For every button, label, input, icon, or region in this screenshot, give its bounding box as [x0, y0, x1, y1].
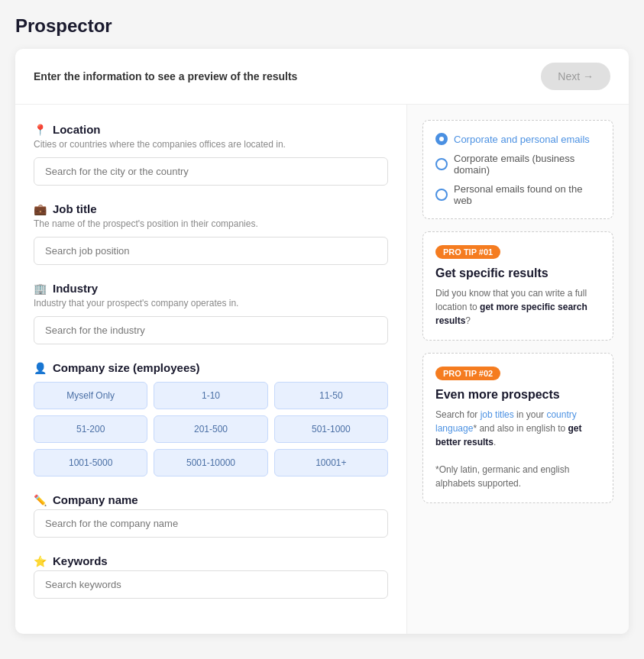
keywords-label: Keywords: [53, 554, 108, 567]
radio-unselected-icon-2: [435, 158, 448, 170]
size-button[interactable]: 501-1000: [274, 415, 388, 443]
pro-tip-2-title: Even more prospects: [435, 388, 600, 402]
location-label: Location: [53, 123, 101, 136]
job-title-section: 💼 Job title The name of the prospect's p…: [34, 202, 388, 265]
job-title-desc: The name of the prospect's position in t…: [34, 218, 388, 229]
pro-tip-1-card: PRO TIP #01 Get specific results Did you…: [422, 231, 613, 341]
left-panel: 📍 Location Cities or countries where the…: [15, 105, 407, 634]
email-option-2[interactable]: Corporate emails (business domain): [435, 153, 600, 176]
size-button[interactable]: 1-10: [154, 382, 267, 409]
size-button[interactable]: 201-500: [154, 415, 267, 443]
company-size-label: Company size (employees): [53, 361, 200, 374]
industry-desc: Industry that your prospect's company op…: [34, 298, 388, 309]
industry-input[interactable]: [34, 316, 388, 344]
keywords-title: ⭐ Keywords: [34, 554, 388, 567]
pro-tip-1-body: Did you know that you can write a full l…: [435, 286, 600, 328]
company-name-section: ✏️ Company name: [34, 493, 388, 538]
radio-unselected-icon-3: [435, 189, 448, 201]
right-panel: Corporate and personal emails Corporate …: [407, 105, 629, 634]
email-option-3-label: Personal emails found on the web: [454, 183, 600, 206]
industry-icon: 🏢: [34, 283, 47, 295]
keywords-section: ⭐ Keywords: [34, 554, 388, 599]
email-option-3[interactable]: Personal emails found on the web: [435, 183, 600, 206]
job-title-label: Job title: [53, 202, 97, 215]
radio-selected-icon: [435, 133, 448, 145]
industry-label: Industry: [53, 282, 98, 295]
card-header: Enter the information to see a preview o…: [15, 49, 629, 105]
company-size-grid: Myself Only1-1011-5051-200201-500501-100…: [34, 382, 388, 476]
card-body: 📍 Location Cities or countries where the…: [15, 105, 629, 634]
location-input[interactable]: [34, 157, 388, 186]
pro-tip-1-badge: PRO TIP #01: [435, 245, 500, 259]
main-card: Enter the information to see a preview o…: [15, 49, 629, 634]
company-name-icon: ✏️: [34, 494, 47, 506]
size-button[interactable]: 1001-5000: [34, 449, 147, 476]
keywords-input[interactable]: [34, 570, 388, 599]
pro-tip-2-badge: PRO TIP #02: [435, 367, 500, 380]
page-title: Prospector: [15, 15, 629, 37]
header-description: Enter the information to see a preview o…: [34, 70, 297, 82]
job-title-input[interactable]: [34, 237, 388, 265]
job-icon: 💼: [34, 203, 47, 215]
pro-tip-2-body: Search for job titles in your country la…: [435, 408, 600, 490]
size-button[interactable]: Myself Only: [34, 382, 147, 409]
size-button[interactable]: 10001+: [274, 449, 388, 476]
location-section: 📍 Location Cities or countries where the…: [34, 123, 388, 186]
next-button[interactable]: Next →: [541, 63, 610, 90]
pro-tip-1-title: Get specific results: [435, 267, 600, 280]
company-size-section: 👤 Company size (employees) Myself Only1-…: [34, 361, 388, 476]
keywords-icon: ⭐: [34, 555, 47, 567]
pro-tip-2-card: PRO TIP #02 Even more prospects Search f…: [422, 353, 613, 503]
email-option-1[interactable]: Corporate and personal emails: [435, 133, 600, 145]
size-button[interactable]: 11-50: [274, 382, 388, 409]
location-title: 📍 Location: [34, 123, 388, 136]
company-name-input[interactable]: [34, 509, 388, 538]
location-desc: Cities or countries where the companies …: [34, 139, 388, 150]
company-size-icon: 👤: [34, 362, 47, 374]
industry-title: 🏢 Industry: [34, 282, 388, 295]
email-option-2-label: Corporate emails (business domain): [454, 153, 600, 176]
email-options-card: Corporate and personal emails Corporate …: [422, 120, 613, 219]
location-icon: 📍: [34, 124, 47, 136]
email-option-1-label: Corporate and personal emails: [454, 134, 590, 145]
company-size-title: 👤 Company size (employees): [34, 361, 388, 374]
industry-section: 🏢 Industry Industry that your prospect's…: [34, 282, 388, 344]
size-button[interactable]: 5001-10000: [154, 449, 267, 476]
company-name-title: ✏️ Company name: [34, 493, 388, 506]
size-button[interactable]: 51-200: [34, 415, 147, 443]
company-name-label: Company name: [53, 493, 138, 506]
job-title-title: 💼 Job title: [34, 202, 388, 215]
